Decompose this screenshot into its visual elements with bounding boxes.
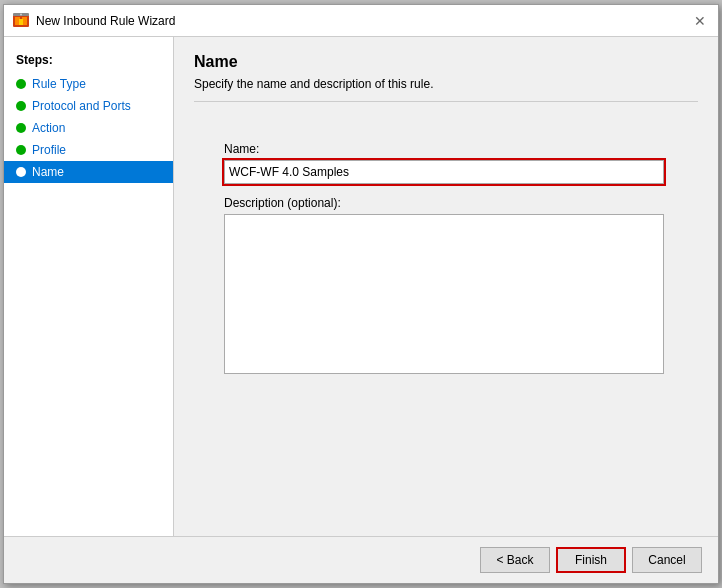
dialog-body: Steps: Rule Type Protocol and Ports Acti… — [4, 37, 718, 536]
svg-rect-3 — [19, 19, 23, 25]
step-label-profile: Profile — [32, 143, 66, 157]
step-label-protocol-ports: Protocol and Ports — [32, 99, 131, 113]
title-bar-left: New Inbound Rule Wizard — [12, 12, 175, 30]
sidebar: Steps: Rule Type Protocol and Ports Acti… — [4, 37, 174, 536]
step-label-name: Name — [32, 165, 64, 179]
footer: < Back Finish Cancel — [4, 536, 718, 583]
step-dot-profile — [16, 145, 26, 155]
step-dot-name — [16, 167, 26, 177]
title-bar: New Inbound Rule Wizard ✕ — [4, 5, 718, 37]
dialog: New Inbound Rule Wizard ✕ Steps: Rule Ty… — [3, 4, 719, 584]
sidebar-item-action[interactable]: Action — [4, 117, 173, 139]
step-dot-action — [16, 123, 26, 133]
step-dot-protocol-ports — [16, 101, 26, 111]
desc-textarea[interactable] — [224, 214, 664, 374]
close-button[interactable]: ✕ — [690, 11, 710, 31]
name-label: Name: — [224, 142, 668, 156]
step-label-rule-type: Rule Type — [32, 77, 86, 91]
main-content: Name Specify the name and description of… — [174, 37, 718, 536]
back-button[interactable]: < Back — [480, 547, 550, 573]
page-title: Name — [194, 53, 698, 71]
desc-label: Description (optional): — [224, 196, 668, 210]
app-icon — [12, 12, 30, 30]
page-subtitle: Specify the name and description of this… — [194, 77, 698, 102]
sidebar-item-profile[interactable]: Profile — [4, 139, 173, 161]
step-label-action: Action — [32, 121, 65, 135]
step-dot-rule-type — [16, 79, 26, 89]
name-input[interactable] — [224, 160, 664, 184]
svg-point-5 — [20, 13, 22, 15]
cancel-button[interactable]: Cancel — [632, 547, 702, 573]
steps-header: Steps: — [4, 47, 173, 73]
form-area: Name: Description (optional): — [194, 122, 698, 520]
sidebar-item-rule-type[interactable]: Rule Type — [4, 73, 173, 95]
sidebar-item-name[interactable]: Name — [4, 161, 173, 183]
finish-button[interactable]: Finish — [556, 547, 626, 573]
dialog-title: New Inbound Rule Wizard — [36, 14, 175, 28]
sidebar-item-protocol-ports[interactable]: Protocol and Ports — [4, 95, 173, 117]
